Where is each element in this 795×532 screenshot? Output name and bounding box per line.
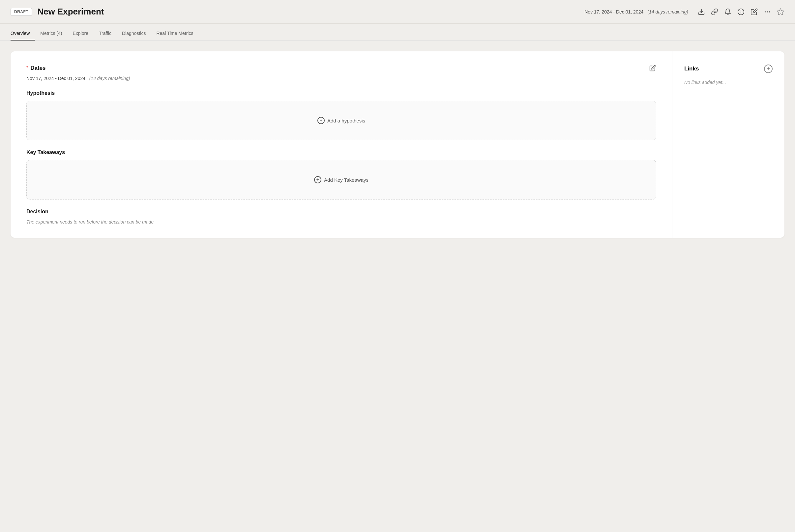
experiment-title: New Experiment xyxy=(37,6,104,17)
svg-marker-7 xyxy=(777,8,784,15)
links-header: Links + xyxy=(684,64,773,73)
no-links-text: No links added yet... xyxy=(684,80,773,85)
add-link-icon[interactable]: + xyxy=(764,64,773,73)
dates-remaining-text: (14 days remaining) xyxy=(89,76,130,81)
add-hypothesis-label: Add a hypothesis xyxy=(327,118,365,124)
favorite-icon[interactable] xyxy=(777,8,784,16)
key-takeaways-title: Key Takeaways xyxy=(26,150,656,155)
nav-tabs: Overview Metrics (4) Explore Traffic Dia… xyxy=(11,24,198,40)
edit-header-icon[interactable] xyxy=(750,8,758,16)
download-icon[interactable] xyxy=(698,8,705,16)
svg-point-6 xyxy=(769,12,770,12)
add-hypothesis-plus-icon: + xyxy=(318,117,325,124)
tab-overview[interactable]: Overview xyxy=(11,24,35,40)
add-hypothesis-box[interactable]: + Add a hypothesis xyxy=(26,101,656,140)
header-right: Nov 17, 2024 - Dec 01, 2024 (14 days rem… xyxy=(584,8,784,16)
add-key-takeaways-content: + Add Key Takeaways xyxy=(314,176,368,183)
tab-metrics[interactable]: Metrics (4) xyxy=(35,24,67,40)
add-key-takeaways-label: Add Key Takeaways xyxy=(324,177,368,183)
add-hypothesis-content: + Add a hypothesis xyxy=(318,117,365,124)
nav-bar: Overview Metrics (4) Explore Traffic Dia… xyxy=(0,24,795,41)
header-left: DRAFT New Experiment xyxy=(11,6,104,17)
info-icon[interactable] xyxy=(737,8,745,16)
right-panel: Links + No links added yet... xyxy=(672,51,784,238)
tab-explore[interactable]: Explore xyxy=(67,24,93,40)
dates-section-header: * Dates xyxy=(26,64,656,72)
header-date-range: Nov 17, 2024 - Dec 01, 2024 xyxy=(584,9,644,15)
date-range-text: Nov 17, 2024 - Dec 01, 2024 xyxy=(26,76,85,81)
page-header: DRAFT New Experiment Nov 17, 2024 - Dec … xyxy=(0,0,795,24)
tab-diagnostics[interactable]: Diagnostics xyxy=(117,24,151,40)
left-panel: * Dates Nov 17, 2024 - Dec 01, 2024 (14 … xyxy=(11,51,672,238)
notification-icon[interactable] xyxy=(724,8,732,16)
link-icon[interactable] xyxy=(711,8,719,16)
main-content: * Dates Nov 17, 2024 - Dec 01, 2024 (14 … xyxy=(0,41,795,248)
tab-real-time-metrics[interactable]: Real Time Metrics xyxy=(151,24,198,40)
svg-point-4 xyxy=(765,12,766,12)
add-key-takeaways-box[interactable]: + Add Key Takeaways xyxy=(26,160,656,200)
links-title: Links xyxy=(684,65,699,72)
dates-title: Dates xyxy=(30,65,46,72)
dates-edit-icon[interactable] xyxy=(649,64,656,72)
decision-section: Decision The experiment needs to run bef… xyxy=(26,209,656,225)
header-icons xyxy=(698,8,784,16)
add-key-takeaways-plus-icon: + xyxy=(314,176,321,183)
decision-title: Decision xyxy=(26,209,656,215)
decision-placeholder-text: The experiment needs to run before the d… xyxy=(26,219,656,225)
header-days-remaining: (14 days remaining) xyxy=(647,9,688,15)
dates-title-row: * Dates xyxy=(26,65,46,72)
more-options-icon[interactable] xyxy=(763,8,771,16)
draft-badge: DRAFT xyxy=(11,8,32,16)
content-card: * Dates Nov 17, 2024 - Dec 01, 2024 (14 … xyxy=(11,51,784,238)
hypothesis-title: Hypothesis xyxy=(26,90,656,96)
svg-point-5 xyxy=(767,12,767,12)
required-star: * xyxy=(26,65,28,71)
dates-display: Nov 17, 2024 - Dec 01, 2024 (14 days rem… xyxy=(26,76,656,81)
tab-traffic[interactable]: Traffic xyxy=(94,24,117,40)
